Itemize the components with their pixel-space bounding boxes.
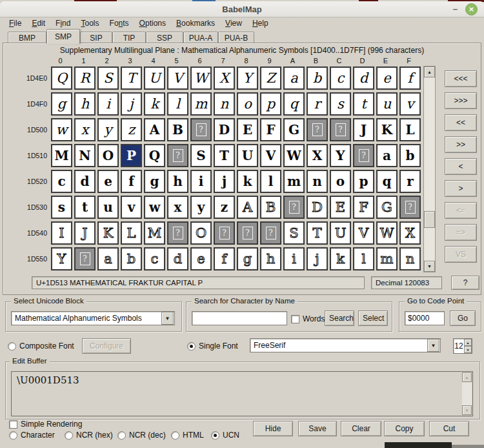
reserved-cell[interactable]: ? <box>167 144 188 167</box>
char-cell[interactable]: T <box>307 221 328 245</box>
char-cell[interactable]: T <box>121 66 142 90</box>
char-cell[interactable]: W <box>376 221 398 245</box>
char-cell[interactable]: U <box>237 144 258 167</box>
nav-button-9[interactable]: VS <box>445 246 477 263</box>
char-cell[interactable]: n <box>399 247 421 270</box>
char-cell[interactable]: f <box>214 247 235 270</box>
char-cell[interactable]: T <box>214 144 235 167</box>
char-cell[interactable]: W <box>190 66 212 90</box>
copy-button[interactable]: Copy <box>384 421 425 436</box>
edit-buffer-scrollbar[interactable]: ▲ ▼ <box>462 372 472 415</box>
char-cell[interactable]: Y <box>51 247 72 270</box>
hide-button[interactable]: Hide <box>253 421 293 436</box>
radio-ncr-dec-[interactable] <box>117 431 126 440</box>
char-cell[interactable]: e <box>376 66 398 90</box>
chevron-down-icon[interactable]: ▼ <box>427 339 439 352</box>
char-cell[interactable]: V <box>353 221 374 245</box>
char-cell[interactable]: V <box>167 66 188 90</box>
char-cell[interactable]: j <box>307 247 328 270</box>
char-cell[interactable]: k <box>237 170 258 193</box>
radio-character[interactable] <box>9 431 17 440</box>
selected-char-cell[interactable]: P <box>121 144 142 167</box>
nav-button-4[interactable]: >> <box>445 136 477 153</box>
char-cell[interactable]: x <box>74 118 96 141</box>
char-cell[interactable]: g <box>237 247 258 270</box>
menu-item-bookmarks[interactable]: Bookmarks <box>171 18 220 28</box>
menu-item-fonts[interactable]: Fonts <box>105 18 134 28</box>
tab-pua-b[interactable]: PUA-B <box>218 32 254 43</box>
char-cell[interactable]: K <box>97 221 119 245</box>
reserved-cell[interactable]: ? <box>214 221 235 245</box>
char-cell[interactable]: L <box>121 221 142 245</box>
char-cell[interactable]: B <box>260 196 281 219</box>
font-dropdown[interactable]: FreeSerif ▼ <box>250 338 441 352</box>
spinner-down-icon[interactable]: ▼ <box>464 346 472 353</box>
char-cell[interactable]: q <box>283 92 305 116</box>
char-cell[interactable]: G <box>376 196 398 219</box>
close-button[interactable]: ✕ <box>465 3 478 15</box>
char-cell[interactable]: N <box>74 144 96 167</box>
menu-item-view[interactable]: View <box>220 18 247 28</box>
char-cell[interactable]: J <box>353 118 374 141</box>
char-cell[interactable]: l <box>353 247 374 270</box>
char-cell[interactable]: E <box>330 196 351 219</box>
chevron-down-icon[interactable]: ▼ <box>161 312 174 325</box>
char-cell[interactable]: m <box>283 170 305 193</box>
char-cell[interactable]: c <box>51 170 72 193</box>
go-button[interactable]: Go <box>450 311 476 326</box>
cut-button[interactable]: Cut <box>429 421 469 436</box>
tab-tip[interactable]: TIP <box>112 32 146 43</box>
char-cell[interactable]: v <box>399 92 421 116</box>
char-cell[interactable]: i <box>97 92 119 116</box>
char-cell[interactable]: o <box>237 92 258 116</box>
reserved-cell[interactable]: ? <box>283 196 305 219</box>
edit-buffer-textarea[interactable]: \U0001D513 ▲ ▼ <box>11 371 473 416</box>
nav-button-5[interactable]: < <box>445 158 477 175</box>
reserved-cell[interactable]: ? <box>74 247 96 270</box>
nav-button-7[interactable]: <= <box>445 202 477 219</box>
minimize-button[interactable]: – <box>453 6 458 12</box>
char-cell[interactable]: o <box>330 170 351 193</box>
char-cell[interactable]: s <box>330 92 351 116</box>
char-cell[interactable]: d <box>74 170 96 193</box>
char-cell[interactable]: j <box>121 92 142 116</box>
char-cell[interactable]: d <box>353 66 374 90</box>
char-cell[interactable]: f <box>399 66 421 90</box>
save-button[interactable]: Save <box>298 421 337 436</box>
char-cell[interactable]: c <box>330 66 351 90</box>
char-cell[interactable]: A <box>144 118 165 141</box>
char-cell[interactable]: y <box>190 196 212 219</box>
char-cell[interactable]: Y <box>330 144 351 167</box>
char-cell[interactable]: M <box>144 221 165 245</box>
reserved-cell[interactable]: ? <box>353 144 374 167</box>
scroll-down-arrow-icon[interactable]: ▼ <box>462 405 472 415</box>
char-cell[interactable]: x <box>167 196 188 219</box>
menu-item-find[interactable]: Find <box>50 18 76 28</box>
select-button[interactable]: Select <box>358 311 388 326</box>
char-cell[interactable]: Z <box>260 66 281 90</box>
char-cell[interactable]: b <box>307 66 328 90</box>
char-cell[interactable]: f <box>121 170 142 193</box>
char-cell[interactable]: Q <box>144 144 165 167</box>
char-cell[interactable]: r <box>307 92 328 116</box>
char-cell[interactable]: b <box>399 144 421 167</box>
radio-ucn[interactable] <box>211 431 219 440</box>
char-cell[interactable]: R <box>74 66 96 90</box>
char-cell[interactable]: u <box>376 92 398 116</box>
char-cell[interactable]: n <box>307 170 328 193</box>
composite-font-radio[interactable] <box>8 342 16 351</box>
spinner-up-icon[interactable]: ▲ <box>464 339 472 346</box>
char-cell[interactable]: t <box>74 196 96 219</box>
char-cell[interactable]: w <box>51 118 72 141</box>
clear-button[interactable]: Clear <box>341 421 381 436</box>
char-cell[interactable]: j <box>214 170 235 193</box>
char-cell[interactable]: s <box>51 196 72 219</box>
grid-scrollbar[interactable]: ▲ ▼ <box>423 66 436 272</box>
menu-item-options[interactable]: Options <box>134 18 171 28</box>
tab-bmp[interactable]: BMP <box>8 32 46 43</box>
char-cell[interactable]: z <box>121 118 142 141</box>
single-font-radio[interactable] <box>187 342 196 351</box>
char-cell[interactable]: S <box>190 144 212 167</box>
tab-ssp[interactable]: SSP <box>146 32 183 43</box>
menu-item-file[interactable]: File <box>4 18 26 28</box>
